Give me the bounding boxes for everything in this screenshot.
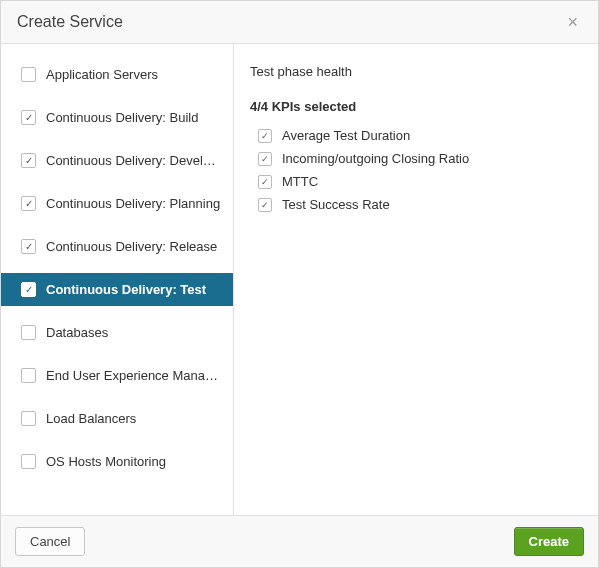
- service-item[interactable]: OS Hosts Monitoring: [1, 445, 233, 478]
- kpi-item-label: Incoming/outgoing Closing Ratio: [282, 151, 469, 166]
- checkbox-icon[interactable]: [21, 368, 36, 383]
- create-service-dialog: Create Service × Application ServersCont…: [0, 0, 599, 568]
- kpi-item[interactable]: Incoming/outgoing Closing Ratio: [250, 147, 582, 170]
- cancel-button[interactable]: Cancel: [15, 527, 85, 556]
- checkbox-icon[interactable]: [21, 67, 36, 82]
- service-item-label: OS Hosts Monitoring: [46, 454, 223, 469]
- service-item-label: Continuous Delivery: Release: [46, 239, 223, 254]
- service-item[interactable]: Continuous Delivery: Test: [1, 273, 233, 306]
- kpi-summary: 4/4 KPIs selected: [250, 99, 582, 114]
- checkbox-icon[interactable]: [258, 152, 272, 166]
- checkbox-icon[interactable]: [21, 411, 36, 426]
- service-item[interactable]: Continuous Delivery: Build: [1, 101, 233, 134]
- service-item-label: End User Experience Manageme…: [46, 368, 223, 383]
- create-button[interactable]: Create: [514, 527, 584, 556]
- checkbox-icon[interactable]: [21, 325, 36, 340]
- checkbox-icon[interactable]: [258, 198, 272, 212]
- detail-panel: Test phase health 4/4 KPIs selected Aver…: [234, 44, 598, 515]
- service-item[interactable]: Continuous Delivery: Release: [1, 230, 233, 263]
- kpi-list: Average Test DurationIncoming/outgoing C…: [250, 124, 582, 216]
- dialog-body: Application ServersContinuous Delivery: …: [1, 44, 598, 515]
- checkbox-icon[interactable]: [21, 454, 36, 469]
- service-item[interactable]: Application Servers: [1, 58, 233, 91]
- service-item-label: Continuous Delivery: Build: [46, 110, 223, 125]
- dialog-footer: Cancel Create: [1, 515, 598, 567]
- service-item[interactable]: Continuous Delivery: Development: [1, 144, 233, 177]
- checkbox-icon[interactable]: [21, 153, 36, 168]
- service-item-label: Load Balancers: [46, 411, 223, 426]
- checkbox-icon[interactable]: [258, 175, 272, 189]
- dialog-header: Create Service ×: [1, 1, 598, 44]
- kpi-item[interactable]: Average Test Duration: [250, 124, 582, 147]
- service-item-label: Continuous Delivery: Planning: [46, 196, 223, 211]
- checkbox-icon[interactable]: [21, 110, 36, 125]
- service-list: Application ServersContinuous Delivery: …: [1, 44, 234, 515]
- checkbox-icon[interactable]: [258, 129, 272, 143]
- kpi-item-label: Test Success Rate: [282, 197, 390, 212]
- checkbox-icon[interactable]: [21, 282, 36, 297]
- service-item-label: Continuous Delivery: Development: [46, 153, 223, 168]
- service-item[interactable]: End User Experience Manageme…: [1, 359, 233, 392]
- service-item-label: Databases: [46, 325, 223, 340]
- checkbox-icon[interactable]: [21, 196, 36, 211]
- checkbox-icon[interactable]: [21, 239, 36, 254]
- close-icon[interactable]: ×: [563, 13, 582, 31]
- service-item[interactable]: Load Balancers: [1, 402, 233, 435]
- dialog-title: Create Service: [17, 13, 123, 31]
- kpi-item-label: MTTC: [282, 174, 318, 189]
- service-item-label: Continuous Delivery: Test: [46, 282, 223, 297]
- detail-title: Test phase health: [250, 64, 582, 79]
- kpi-item[interactable]: Test Success Rate: [250, 193, 582, 216]
- service-item[interactable]: Databases: [1, 316, 233, 349]
- kpi-item[interactable]: MTTC: [250, 170, 582, 193]
- kpi-item-label: Average Test Duration: [282, 128, 410, 143]
- service-item[interactable]: Continuous Delivery: Planning: [1, 187, 233, 220]
- service-item-label: Application Servers: [46, 67, 223, 82]
